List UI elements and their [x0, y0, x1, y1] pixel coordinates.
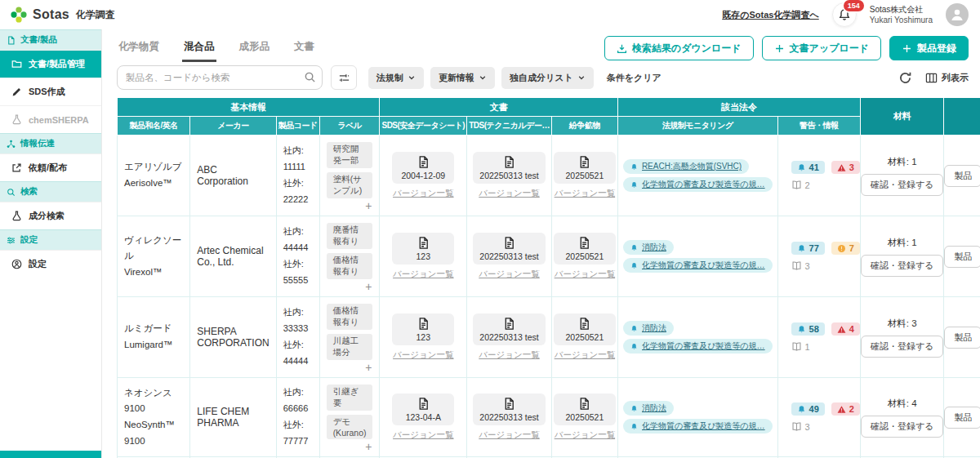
add-label-button[interactable]: +	[365, 280, 372, 293]
confirm-register-button[interactable]: 確認・登録する	[861, 255, 944, 277]
label-pill: デモ(Kurano)	[327, 415, 373, 439]
avatar[interactable]	[946, 3, 969, 26]
bell-icon	[797, 244, 806, 253]
tab-mixture[interactable]: 混合品	[182, 35, 216, 62]
register-product-button[interactable]: 製品登録	[889, 36, 969, 60]
file-icon	[503, 156, 515, 168]
column-header: ラベル	[319, 117, 380, 136]
regulation-link[interactable]: 化学物質の審査及び製造等の規…	[623, 419, 773, 434]
column-header-material: 材料	[860, 98, 944, 136]
clear-conditions-link[interactable]: 条件をクリア	[607, 72, 662, 84]
download-results-button[interactable]: 検索結果のダウンロード	[604, 36, 754, 60]
document-chip[interactable]: 20250521	[554, 152, 616, 184]
document-chip[interactable]: 202250313 test	[473, 233, 545, 265]
product-name-jp: ルミガード	[124, 321, 183, 337]
notification-bell-button[interactable]: 154	[832, 2, 857, 27]
regulation-link[interactable]: REACH:高懸念物質(SVHC)	[623, 159, 749, 174]
filter-dropdown-update-info[interactable]: 更新情報	[430, 67, 495, 89]
user-info: Sotas株式会社 Yukari Yoshimura	[870, 4, 933, 26]
advanced-filter-button[interactable]	[331, 65, 357, 90]
document-chip[interactable]: 202250313 test	[473, 152, 545, 184]
version-list-link[interactable]: バージョン一覧	[469, 269, 550, 280]
filter-dropdown-custom-component-list[interactable]: 独自成分リスト	[501, 67, 594, 89]
version-list-link[interactable]: バージョン一覧	[554, 269, 616, 280]
confirm-register-button[interactable]: 確認・登録する	[861, 416, 944, 438]
cell-product-name: ネオシンス9100 NeoSynth™ 9100	[118, 378, 190, 457]
product-detail-button[interactable]: 製品	[944, 407, 980, 429]
flask-icon	[11, 114, 22, 125]
version-list-link[interactable]: バージョン一覧	[469, 188, 550, 199]
refresh-icon[interactable]	[898, 71, 912, 85]
user-name: Yukari Yoshimura	[870, 15, 933, 26]
tab-chemical-substance[interactable]: 化学物質	[117, 35, 161, 62]
search-input[interactable]	[117, 65, 323, 90]
add-label-button[interactable]: +	[365, 361, 372, 374]
confirm-register-button[interactable]: 確認・登録する	[861, 336, 944, 358]
product-detail-button[interactable]: 製品	[944, 165, 980, 187]
product-name-en: Aerisolve™	[124, 176, 183, 192]
product-detail-button[interactable]: 製品	[944, 246, 980, 268]
plus-icon	[902, 43, 912, 54]
existing-site-link[interactable]: 既存のSotas化学調査へ	[722, 9, 818, 21]
cell-labels: 廃番情報有り価格情報有り +	[319, 216, 380, 297]
regulation-link[interactable]: 消防法	[623, 401, 674, 416]
tab-document[interactable]: 文書	[292, 35, 316, 62]
column-group: 該当法令	[617, 98, 860, 117]
regulation-label: 化学物質の審査及び製造等の規…	[642, 420, 765, 432]
sidebar-item-sds-create[interactable]: SDS作成	[0, 78, 101, 105]
version-list-link[interactable]: バージョン一覧	[381, 429, 465, 441]
regulation-link[interactable]: 化学物質の審査及び製造等の規…	[623, 177, 773, 192]
document-chip[interactable]: 20250521	[554, 313, 616, 345]
version-list-link[interactable]: バージョン一覧	[469, 429, 550, 441]
sidebar-item-settings[interactable]: 設定	[0, 250, 101, 278]
add-label-button[interactable]: +	[365, 199, 372, 212]
column-display-toggle[interactable]: 列表示	[925, 72, 969, 84]
document-chip[interactable]: 202250313 test	[473, 394, 545, 425]
document-chip[interactable]: 123	[392, 233, 454, 265]
sidebar-item-request-distribute[interactable]: 依頼/配布	[0, 153, 101, 181]
version-list-link[interactable]: バージョン一覧	[554, 429, 616, 441]
tab-molded-article[interactable]: 成形品	[238, 35, 272, 62]
bell-count-badge: 58	[791, 322, 825, 336]
document-chip[interactable]: 20250521	[554, 233, 616, 265]
document-date: 202250313 test	[479, 171, 538, 180]
plus-icon	[774, 43, 785, 54]
version-list-link[interactable]: バージョン一覧	[381, 349, 465, 361]
pencil-icon	[11, 87, 22, 97]
version-list-link[interactable]: バージョン一覧	[554, 349, 616, 361]
sidebar-section-search: 検索	[0, 181, 101, 202]
version-list-link[interactable]: バージョン一覧	[554, 188, 616, 199]
document-chip[interactable]: 123	[392, 313, 454, 345]
sidebar-item-docs-product-management[interactable]: 文書/製品管理	[0, 50, 101, 78]
upload-document-button[interactable]: 文書アップロード	[762, 36, 881, 60]
version-list-link[interactable]: バージョン一覧	[381, 269, 465, 280]
filter-dropdown-regulation[interactable]: 法規制	[368, 67, 424, 89]
document-chip[interactable]: 20250521	[554, 394, 616, 425]
product-name-jp: エアリゾルブ	[124, 159, 183, 176]
cell-sds: 123-04-A バージョン一覧	[380, 378, 467, 457]
cell-product-code: 社内: 44444 社外: 55555	[276, 216, 319, 297]
code-external: 社外: 22222	[283, 176, 313, 208]
regulation-link[interactable]: 消防法	[623, 240, 674, 255]
cell-tds: 202250313 test バージョン一覧	[467, 297, 552, 378]
version-list-link[interactable]: バージョン一覧	[381, 188, 465, 199]
cell-conflict-minerals: 20250521 バージョン一覧	[551, 136, 617, 216]
cell-tds: 202250313 test バージョン一覧	[467, 216, 552, 297]
sidebar-item-component-search[interactable]: 成分検索	[0, 202, 101, 229]
regulation-link[interactable]: 化学物質の審査及び製造等の規…	[623, 339, 773, 354]
product-detail-button[interactable]: 製品	[944, 327, 980, 349]
file-icon	[578, 398, 590, 410]
add-label-button[interactable]: +	[365, 440, 372, 453]
document-chip[interactable]: 202250313 test	[473, 313, 545, 345]
sidebar-item-chemsherpa[interactable]: chemSHERPA	[0, 105, 101, 133]
regulation-link[interactable]: 化学物質の審査及び製造等の規…	[623, 258, 773, 273]
bell-icon	[797, 405, 806, 414]
version-list-link[interactable]: バージョン一覧	[469, 349, 550, 361]
chevron-down-icon	[479, 73, 487, 82]
sidebar-item-label: 成分検索	[29, 210, 65, 222]
regulation-link[interactable]: 消防法	[623, 321, 674, 336]
share-icon	[11, 162, 22, 173]
document-chip[interactable]: 2004-12-09	[392, 152, 454, 184]
document-chip[interactable]: 123-04-A	[392, 394, 454, 425]
confirm-register-button[interactable]: 確認・登録する	[861, 174, 944, 196]
